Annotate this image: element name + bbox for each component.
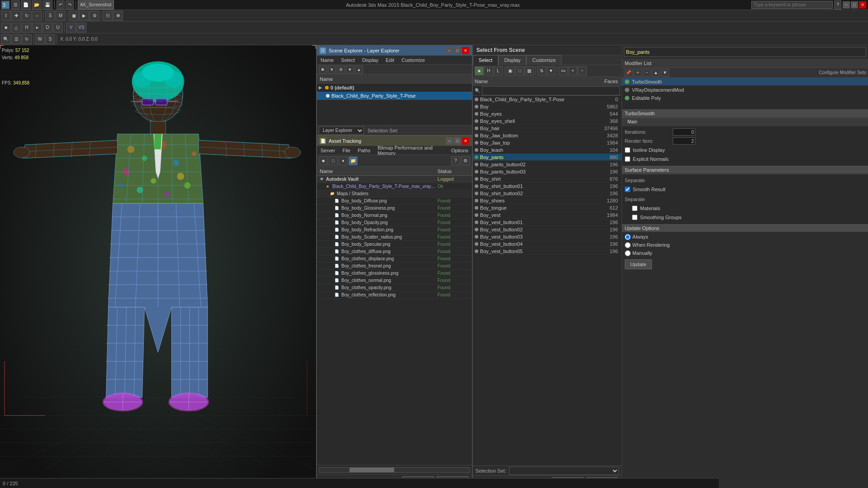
scene-obj-row[interactable]: Boy_vest_button02 196 (473, 226, 622, 233)
asset-minimize[interactable]: − (446, 137, 453, 145)
sel-mode-hier[interactable]: H (484, 66, 493, 75)
scene-explorer-minimize[interactable]: − (446, 47, 453, 54)
mod-pin[interactable]: 📌 (624, 69, 633, 77)
tab-display[interactable]: Display (498, 55, 526, 65)
scene-obj-row[interactable]: Boy_hair 37466 (473, 125, 622, 132)
tab-customize[interactable]: Customize (526, 55, 561, 65)
tree-item-character[interactable]: Black_Child_Boy_Party_Style_T-Pose (317, 92, 472, 100)
scene-obj-row[interactable]: Black_Child_Boy_Party_Style_T-Pose 0 (473, 96, 622, 103)
scene-obj-row[interactable]: Boy_Jaw_top 1984 (473, 139, 622, 146)
asset-file-row[interactable]: 📄 Boy_body_Opacity.png Found (317, 219, 472, 226)
se-tb-filter[interactable]: ▼ (328, 66, 336, 74)
tb-vray-render[interactable]: V (66, 23, 76, 33)
tb-layer-explorer[interactable]: ☸ (113, 11, 123, 21)
object-search-input[interactable] (482, 86, 620, 95)
tb-wireframe[interactable]: W (35, 34, 45, 44)
viewport-3d[interactable]: Polys: 57 152 Verts: 49 858 [+] [Perspec… (0, 45, 316, 488)
surface-params-section[interactable]: Surface Parameters (622, 166, 868, 174)
at-options[interactable]: ⚙ (461, 156, 470, 165)
scene-obj-row[interactable]: Boy_vest_button05 196 (473, 248, 622, 255)
scrollbar-thumb[interactable] (349, 468, 395, 472)
scene-obj-row[interactable]: Boy_pants_button03 196 (473, 168, 622, 175)
main-section[interactable]: Main (622, 117, 868, 126)
always-radio-input[interactable] (625, 234, 631, 240)
asset-file-row[interactable]: 📄 Boy_clothes_reflection.png Found (317, 291, 472, 299)
scene-obj-row[interactable]: Boy_pants 880 (473, 154, 622, 161)
asset-table[interactable]: Name Status ☸ Autodesk Vault Logged ■ Bl… (317, 167, 472, 465)
asset-row-vault[interactable]: ☸ Autodesk Vault Logged (317, 176, 472, 183)
scene-explorer-maximize[interactable]: □ (454, 47, 461, 54)
menu-server[interactable]: Server (319, 148, 337, 153)
smooth-result-checkbox[interactable] (625, 187, 630, 192)
menu-save[interactable]: 💾 (42, 0, 52, 9)
materials-checkbox[interactable] (632, 206, 637, 211)
sel-none[interactable]: □ (515, 66, 524, 75)
menu-open[interactable]: 📂 (32, 0, 42, 9)
tb-move[interactable]: ✚ (11, 11, 21, 21)
update-button[interactable]: Update (625, 259, 652, 269)
layer-tree[interactable]: ▶ 0 (default) Black_Child_Boy_Party_Styl… (317, 84, 472, 125)
tb-select[interactable]: ⇧ (1, 11, 11, 21)
scene-obj-row[interactable]: Boy_shirt_button01 196 (473, 183, 622, 190)
at-btn-3[interactable]: ♦ (339, 156, 348, 165)
expand-all[interactable]: + (568, 66, 577, 75)
tb-zoom[interactable]: 🔍 (1, 34, 11, 44)
scene-explorer-close[interactable]: ✕ (462, 47, 469, 54)
explorer-type-dropdown[interactable]: Layer Explorer (319, 127, 364, 135)
scene-obj-row[interactable]: Boy_shirt 876 (473, 175, 622, 183)
render-iters-input[interactable] (673, 137, 695, 145)
asset-maximize[interactable]: □ (454, 137, 461, 145)
sel-all[interactable]: ▣ (506, 66, 515, 75)
tb-snap[interactable]: S (45, 11, 55, 21)
tb-hierarchy[interactable]: H (22, 23, 32, 33)
asset-close[interactable]: ✕ (462, 137, 469, 145)
scene-obj-row[interactable]: Boy_eyes_shell 368 (473, 117, 622, 125)
filter-btn[interactable]: ▼ (547, 66, 556, 75)
tb-mirror[interactable]: M (56, 11, 66, 21)
asset-row-maps[interactable]: 📁 Maps / Shaders (317, 190, 472, 197)
tb-vray-settings[interactable]: VS (76, 23, 86, 33)
at-btn-1[interactable]: ■ (319, 156, 328, 165)
collapse-all[interactable]: − (578, 66, 587, 75)
scene-obj-row[interactable]: Boy_pants_button02 196 (473, 161, 622, 168)
menu-file[interactable]: ☰ (11, 0, 20, 9)
scene-object-list[interactable]: Black_Child_Boy_Party_Style_T-Pose 0 Boy… (473, 96, 622, 465)
update-options-section[interactable]: Update Options (622, 224, 868, 232)
menu-customize[interactable]: Customize (400, 57, 427, 63)
tb-orbit[interactable]: ↻ (22, 34, 32, 44)
tree-item-default[interactable]: ▶ 0 (default) (317, 84, 472, 92)
asset-file-row[interactable]: 📄 Boy_clothes_displace.png Found (317, 255, 472, 263)
at-help[interactable]: ? (451, 156, 460, 165)
menu-select[interactable]: Select (339, 57, 357, 63)
scene-obj-row[interactable]: Boy_leash 104 (473, 146, 622, 154)
tb-motion[interactable]: ▸ (32, 23, 42, 33)
scene-obj-row[interactable]: Boy_Jaw_bottom 3428 (473, 132, 622, 139)
explicit-normals-checkbox[interactable] (625, 156, 630, 162)
se-tb-new[interactable]: ✖ (319, 66, 327, 74)
menu-undo[interactable]: ↶ (57, 0, 65, 9)
mod-down[interactable]: ▼ (661, 69, 669, 77)
menu-redo[interactable]: ↷ (66, 0, 74, 9)
tb-modify[interactable]: △ (11, 23, 21, 33)
menu-paths[interactable]: Paths (356, 148, 372, 153)
help-btn[interactable]: ? (834, 0, 841, 9)
tb-display[interactable]: D (42, 23, 52, 33)
modifier-turbsmooth[interactable]: TurboSmooth (622, 78, 868, 86)
at-btn-2[interactable]: □ (329, 156, 338, 165)
asset-file-row[interactable]: 📄 Boy_clothes_fresnel.png Found (317, 263, 472, 270)
menu-name[interactable]: Name (319, 57, 335, 63)
tb-render[interactable]: ▶ (79, 11, 89, 21)
scene-obj-row[interactable]: Boy_vest 1984 (473, 211, 622, 219)
tab-ak-screenshot[interactable]: AK_Screenshot (78, 0, 114, 9)
mod-remove[interactable]: − (643, 69, 651, 77)
case-btn[interactable]: Aa (559, 66, 568, 75)
asset-file-row[interactable]: 📄 Boy_body_Glossiness.png Found (317, 205, 472, 212)
sel-invert[interactable]: ▩ (525, 66, 534, 75)
menu-options[interactable]: Options (449, 148, 470, 153)
modifier-editable-poly[interactable]: Editable Poly (622, 94, 868, 102)
menu-bitmap-perf[interactable]: Bitmap Performance and Memory (376, 145, 446, 156)
menu-file[interactable]: File (340, 148, 352, 153)
tb-material[interactable]: ▣ (69, 11, 79, 21)
at-btn-paths[interactable]: 📁 (349, 156, 358, 165)
tb-render-setup[interactable]: ⚙ (90, 11, 99, 21)
